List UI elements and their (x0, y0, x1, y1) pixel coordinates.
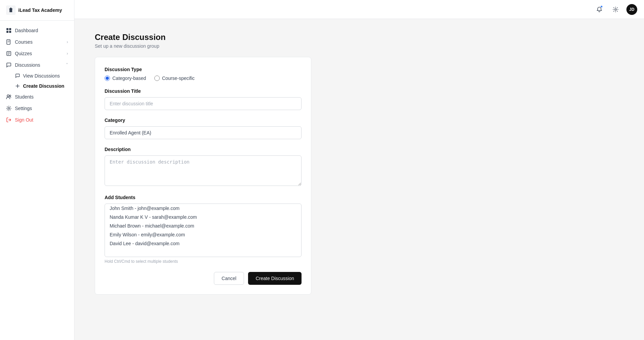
cancel-button[interactable]: Cancel (214, 272, 244, 285)
logo-icon (6, 5, 16, 15)
users-icon (6, 94, 12, 100)
category-input[interactable] (105, 126, 302, 139)
page-subtitle: Set up a new discussion group (95, 43, 624, 49)
create-discussion-form: Discussion Type Category-based Course-sp… (95, 57, 311, 295)
chat-bubble-icon (15, 73, 20, 79)
svg-rect-4 (9, 31, 11, 33)
sidebar-item-label: Discussions (15, 62, 40, 68)
chevron-right-icon: › (67, 40, 68, 44)
sidebar-item-settings[interactable]: Settings (0, 103, 74, 114)
brand-name: iLead Tax Academy (18, 7, 62, 13)
brand-logo[interactable]: iLead Tax Academy (0, 0, 74, 21)
sidebar-item-discussions[interactable]: Discussions ˅ (0, 59, 74, 71)
svg-rect-3 (6, 31, 8, 33)
sidebar-item-label: Dashboard (15, 28, 38, 33)
discussion-title-input[interactable] (105, 97, 302, 110)
students-hint: Hold Ctrl/Cmd to select multiple student… (105, 259, 302, 264)
students-label: Add Students (105, 195, 302, 200)
sidebar-item-label: Courses (15, 39, 32, 45)
discussions-submenu: View Discussions Create Discussion (0, 71, 74, 91)
dashboard-icon (6, 28, 12, 33)
radio-course-specific-label: Course-specific (162, 76, 195, 81)
category-section: Category (105, 118, 302, 139)
sub-nav-label: Create Discussion (23, 83, 64, 89)
sidebar-item-quizzes[interactable]: Quizzes › (0, 48, 74, 59)
svg-rect-1 (6, 28, 8, 30)
svg-point-9 (8, 108, 10, 109)
discussion-type-label: Discussion Type (105, 67, 302, 72)
sidebar-item-create-discussion[interactable]: Create Discussion (15, 81, 74, 91)
notification-dot (600, 5, 603, 8)
main-content: Create Discussion Set up a new discussio… (74, 19, 644, 340)
discussion-title-label: Discussion Title (105, 88, 302, 94)
radio-course-specific[interactable]: Course-specific (154, 76, 195, 81)
page-title: Create Discussion (95, 33, 624, 42)
discussion-type-radio-group: Category-based Course-specific (105, 76, 302, 81)
description-section: Description (105, 147, 302, 187)
sidebar-item-label: Quizzes (15, 51, 32, 56)
gear-icon (6, 106, 12, 111)
form-actions: Cancel Create Discussion (105, 272, 302, 285)
plus-icon (15, 83, 20, 89)
book-icon (6, 39, 12, 45)
chevron-down-icon: ˅ (66, 63, 68, 67)
create-discussion-button[interactable]: Create Discussion (248, 272, 302, 285)
sign-out-icon (6, 117, 12, 123)
settings-button[interactable] (610, 4, 621, 15)
notification-button[interactable] (594, 4, 605, 15)
radio-category-based[interactable]: Category-based (105, 76, 146, 81)
radio-course-specific-input[interactable] (154, 76, 160, 81)
sidebar-item-courses[interactable]: Courses › (0, 36, 74, 48)
quiz-icon (6, 51, 12, 56)
sidebar-item-view-discussions[interactable]: View Discussions (15, 71, 74, 81)
sidebar-item-label: Settings (15, 106, 32, 111)
sidebar-item-label: Students (15, 94, 34, 100)
chevron-right-icon: › (67, 51, 68, 56)
description-label: Description (105, 147, 302, 152)
nav-menu: Dashboard Courses › Quizzes › (0, 21, 74, 340)
sidebar: iLead Tax Academy Dashboard Courses › (0, 0, 74, 340)
radio-category-based-input[interactable] (105, 76, 110, 81)
sidebar-item-students[interactable]: Students (0, 91, 74, 103)
topbar: JD (74, 0, 644, 19)
discussions-icon (6, 62, 12, 68)
description-textarea[interactable] (105, 155, 302, 186)
svg-point-7 (7, 95, 9, 97)
svg-rect-2 (9, 28, 11, 30)
sub-nav-label: View Discussions (23, 73, 60, 79)
sidebar-item-sign-out[interactable]: Sign Out (0, 114, 74, 126)
sidebar-item-dashboard[interactable]: Dashboard (0, 25, 74, 36)
discussion-type-section: Discussion Type Category-based Course-sp… (105, 67, 302, 81)
radio-category-based-label: Category-based (112, 76, 146, 81)
discussion-title-section: Discussion Title (105, 88, 302, 110)
user-avatar[interactable]: JD (626, 4, 637, 15)
students-select[interactable]: John Smith - john@example.comNanda Kumar… (105, 204, 302, 257)
students-section: Add Students John Smith - john@example.c… (105, 195, 302, 264)
sidebar-item-label: Sign Out (15, 117, 33, 123)
svg-point-8 (9, 95, 11, 97)
main-wrapper: JD Create Discussion Set up a new discus… (74, 0, 644, 340)
category-label: Category (105, 118, 302, 123)
svg-point-10 (615, 8, 617, 10)
